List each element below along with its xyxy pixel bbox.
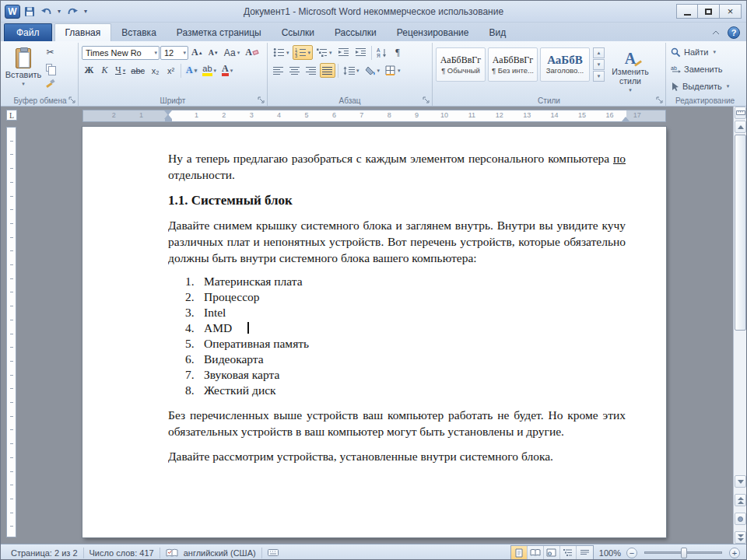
scroll-up-button[interactable] bbox=[735, 121, 746, 133]
tab-page-layout[interactable]: Разметка страницы bbox=[167, 24, 272, 41]
save-button[interactable] bbox=[23, 5, 37, 19]
clear-formatting-button[interactable]: А bbox=[243, 45, 261, 60]
increase-indent-button[interactable] bbox=[352, 45, 369, 60]
tab-review[interactable]: Рецензирование bbox=[387, 24, 479, 41]
text-effects-button[interactable]: А bbox=[184, 63, 199, 78]
right-indent-marker[interactable] bbox=[622, 117, 630, 121]
font-dialog-launcher[interactable] bbox=[257, 96, 265, 104]
bold-button[interactable]: Ж bbox=[82, 63, 96, 78]
paragraph-dialog-launcher[interactable] bbox=[422, 96, 430, 104]
numbering-button[interactable]: 123 bbox=[293, 45, 314, 60]
styles-dialog-launcher[interactable] bbox=[655, 96, 664, 104]
tab-mailings[interactable]: Рассылки bbox=[324, 24, 387, 41]
next-page-button[interactable] bbox=[735, 531, 746, 544]
italic-button[interactable]: К bbox=[97, 63, 112, 78]
zoom-slider-thumb[interactable] bbox=[681, 548, 687, 558]
justify-button[interactable] bbox=[320, 63, 335, 78]
line-spacing-button[interactable] bbox=[341, 63, 362, 78]
vertical-ruler[interactable] bbox=[6, 127, 16, 537]
show-marks-button[interactable]: ¶ bbox=[391, 45, 405, 60]
multilevel-list-button[interactable] bbox=[314, 45, 335, 60]
previous-page-button[interactable] bbox=[735, 494, 746, 506]
undo-dropdown[interactable]: ▾ bbox=[55, 5, 63, 19]
paste-dropdown-arrow[interactable]: ▾ bbox=[22, 81, 25, 87]
style-normal[interactable]: АаБбВвГг ¶ Обычный bbox=[436, 47, 486, 82]
align-right-button[interactable] bbox=[303, 63, 319, 78]
find-button[interactable]: Найти bbox=[669, 44, 729, 60]
ruler-toggle-button[interactable] bbox=[735, 107, 746, 119]
redo-button[interactable] bbox=[65, 5, 79, 19]
align-left-button[interactable] bbox=[271, 63, 286, 78]
select-browse-object-button[interactable] bbox=[735, 513, 746, 525]
tab-references[interactable]: Ссылки bbox=[272, 24, 324, 41]
tab-file[interactable]: Файл bbox=[4, 23, 52, 41]
horizontal-ruler[interactable]: 211234567891011121314151617 bbox=[82, 110, 666, 122]
change-case-button[interactable]: Аа bbox=[222, 45, 242, 60]
tab-view[interactable]: Вид bbox=[479, 24, 516, 41]
paste-button[interactable]: Вставить ▾ bbox=[5, 44, 41, 94]
style-heading1[interactable]: АаБбВ Заголово... bbox=[540, 47, 590, 82]
format-painter-button[interactable] bbox=[43, 75, 58, 90]
superscript-button[interactable]: x² bbox=[163, 63, 178, 78]
text-cursor bbox=[247, 322, 249, 334]
word-logo-icon[interactable]: W bbox=[5, 5, 20, 19]
style-no-spacing[interactable]: АаБбВвГг ¶ Без инте... bbox=[488, 47, 538, 82]
select-button[interactable]: Выделить bbox=[669, 79, 729, 94]
undo-button[interactable] bbox=[39, 5, 53, 19]
left-indent-marker[interactable] bbox=[165, 119, 172, 121]
web-layout-view-button[interactable] bbox=[544, 546, 560, 559]
bullets-button[interactable] bbox=[271, 45, 292, 60]
cut-button[interactable]: ✂ bbox=[43, 44, 58, 59]
language-indicator[interactable]: английский (США) bbox=[184, 544, 261, 560]
font-size-combo[interactable]: 12 ▾ bbox=[160, 46, 188, 60]
change-styles-button[interactable]: А Изменить стили ▾ bbox=[608, 47, 653, 95]
vertical-scrollbar[interactable] bbox=[733, 107, 746, 544]
zoom-out-button[interactable]: − bbox=[626, 548, 637, 558]
font-color-button[interactable]: А bbox=[219, 63, 235, 78]
maximize-button[interactable] bbox=[698, 4, 720, 19]
styles-scroll-up-button[interactable]: ▲ bbox=[593, 47, 605, 58]
replace-button[interactable]: ab Заменить bbox=[669, 61, 729, 77]
copy-button[interactable] bbox=[43, 60, 58, 75]
qat-customize-button[interactable]: ▾ bbox=[82, 5, 89, 19]
font-size-dropdown-arrow[interactable]: ▾ bbox=[181, 50, 186, 56]
change-case-letters: Аа bbox=[224, 47, 236, 58]
clipboard-dialog-launcher[interactable] bbox=[68, 96, 76, 104]
shrink-font-button[interactable]: А▼ bbox=[206, 45, 221, 60]
font-family-combo[interactable]: Times New Ro ▾ bbox=[82, 46, 160, 60]
font-family-dropdown-arrow[interactable]: ▾ bbox=[152, 50, 157, 56]
fullscreen-reading-view-button[interactable] bbox=[528, 546, 544, 559]
tab-insert[interactable]: Вставка bbox=[111, 24, 167, 41]
zoom-level[interactable]: 100% bbox=[599, 548, 621, 558]
draft-view-button[interactable] bbox=[577, 546, 593, 559]
underline-button[interactable]: Ч bbox=[113, 63, 128, 78]
tab-home[interactable]: Главная bbox=[54, 23, 112, 41]
decrease-indent-button[interactable] bbox=[335, 45, 352, 60]
print-layout-view-button[interactable] bbox=[511, 546, 528, 559]
minimize-ribbon-button[interactable] bbox=[709, 26, 723, 39]
styles-more-button[interactable]: ▼ bbox=[593, 71, 605, 82]
outline-view-button[interactable] bbox=[560, 546, 577, 559]
highlight-color-button[interactable]: ab bbox=[200, 63, 219, 78]
zoom-in-button[interactable]: + bbox=[729, 548, 740, 558]
tab-stop-selector[interactable]: L bbox=[6, 110, 17, 121]
document-page[interactable]: Ну а теперь предлагаю разобраться с кажд… bbox=[82, 127, 666, 537]
styles-scroll-down-button[interactable]: ▼ bbox=[593, 59, 605, 70]
strikethrough-button[interactable]: abc bbox=[128, 63, 147, 78]
align-center-button[interactable] bbox=[287, 63, 303, 78]
borders-button[interactable] bbox=[383, 63, 403, 78]
scroll-down-button[interactable] bbox=[735, 475, 746, 488]
proofing-status-button[interactable] bbox=[160, 544, 184, 560]
input-mode-icon[interactable] bbox=[262, 544, 284, 560]
minimize-button[interactable] bbox=[676, 4, 698, 19]
grow-font-button[interactable]: А▲ bbox=[189, 45, 205, 60]
zoom-slider[interactable] bbox=[644, 551, 722, 554]
help-button[interactable]: ? bbox=[728, 26, 740, 39]
close-button[interactable]: × bbox=[720, 4, 742, 19]
subscript-button[interactable]: x₂ bbox=[148, 63, 163, 78]
word-count[interactable]: Число слов: 417 bbox=[84, 544, 160, 560]
sort-button[interactable]: АЯ bbox=[374, 45, 390, 60]
shading-button[interactable] bbox=[363, 63, 383, 78]
page-indicator[interactable]: Страница: 2 из 2 bbox=[5, 544, 83, 560]
scrollbar-thumb[interactable] bbox=[735, 135, 746, 331]
